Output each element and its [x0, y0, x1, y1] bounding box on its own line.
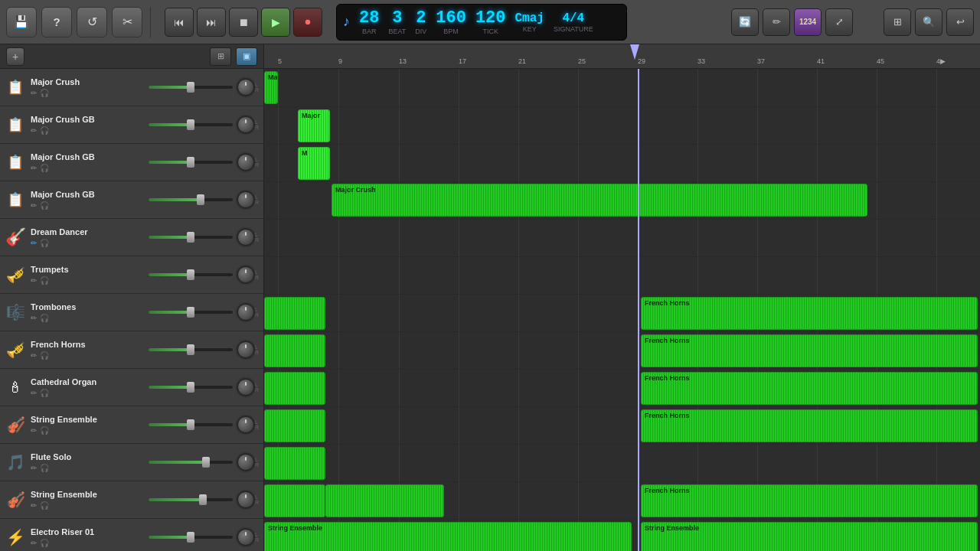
fader-track-6[interactable] — [149, 273, 233, 276]
scissors-button[interactable]: ✂ — [112, 7, 142, 37]
clip-frenchhorns-left[interactable] — [264, 372, 325, 405]
headphone-icon-5[interactable]: 🎧 — [40, 239, 49, 247]
headphone-icon-4[interactable]: 🎧 — [40, 201, 49, 210]
track-fader-4[interactable] — [149, 198, 233, 201]
headphone-icon-3[interactable]: 🎧 — [40, 164, 49, 172]
track-fader-13[interactable] — [149, 536, 233, 539]
track-fader-12[interactable] — [149, 498, 233, 501]
track-fader-6[interactable] — [149, 273, 233, 276]
track-knob-4[interactable] — [237, 191, 254, 208]
track-knob-10[interactable] — [237, 416, 254, 433]
fader-track-11[interactable] — [149, 461, 233, 464]
fader-thumb-4[interactable] — [197, 194, 204, 205]
mute-icon-2[interactable]: ✏ — [31, 126, 37, 135]
fader-thumb-1[interactable] — [187, 82, 194, 93]
track-knob-6[interactable] — [237, 266, 254, 283]
track-row-12[interactable]: 🎻 String Ensemble ✏ 🎧 LR — [0, 481, 263, 519]
track-row-5[interactable]: 🎸 Dream Dancer ✏ 🎧 LR — [0, 219, 263, 256]
save-button[interactable]: 💾 — [6, 7, 37, 37]
mute-icon-3[interactable]: ✏ — [31, 164, 37, 172]
track-fader-2[interactable] — [149, 123, 233, 126]
track-fader-11[interactable] — [149, 461, 233, 464]
track-knob-13[interactable] — [237, 529, 254, 546]
clip-mgb-t2[interactable]: Major — [298, 109, 330, 142]
track-row-7[interactable]: 🎼 Trombones ✏ 🎧 LR — [0, 294, 263, 331]
track-row-2[interactable]: 📋 Major Crush GB ✏ 🎧 LR — [0, 106, 263, 144]
clip-frenchhorns-r3[interactable]: French Horns — [641, 372, 978, 405]
fader-track-7[interactable] — [149, 311, 233, 314]
undo-button[interactable]: ↺ — [77, 7, 107, 37]
add-track-button[interactable]: + — [6, 47, 24, 66]
mute-icon-13[interactable]: ✏ — [31, 539, 37, 547]
fader-thumb-6[interactable] — [187, 269, 194, 280]
fader-track-4[interactable] — [149, 198, 233, 201]
mute-icon-4[interactable]: ✏ — [31, 201, 37, 210]
fader-thumb-13[interactable] — [187, 532, 194, 543]
headphone-icon-11[interactable]: 🎧 — [40, 464, 49, 472]
fader-track-12[interactable] — [149, 498, 233, 501]
track-row-10[interactable]: 🎻 String Ensemble ✏ 🎧 LR — [0, 406, 263, 444]
fader-thumb-3[interactable] — [187, 157, 194, 168]
track-knob-5[interactable] — [237, 229, 254, 246]
inspector-button[interactable]: ↩ — [946, 8, 974, 36]
mute-icon-8[interactable]: ✏ — [31, 351, 37, 360]
headphone-icon-2[interactable]: 🎧 — [40, 126, 49, 135]
headphone-icon-7[interactable]: 🎧 — [40, 314, 49, 322]
clip-trumpets-left[interactable] — [264, 297, 325, 330]
browser-button[interactable]: 🔍 — [915, 8, 942, 36]
track-knob-12[interactable] — [237, 491, 254, 508]
clip-organ-left[interactable] — [264, 409, 325, 442]
clip-flute-right[interactable]: French Horns — [641, 484, 978, 517]
play-button[interactable]: ▶ — [261, 8, 290, 37]
clip-frenchhorns-r2[interactable]: French Horns — [641, 334, 978, 367]
track-knob-1[interactable] — [237, 79, 254, 96]
track-fader-10[interactable] — [149, 423, 233, 426]
headphone-icon-9[interactable]: 🎧 — [40, 389, 49, 397]
clip-trombones-left[interactable] — [264, 334, 325, 367]
view-btn-2[interactable]: ▣ — [236, 47, 257, 66]
clip-major-crush-long[interactable]: Major Crush — [332, 184, 867, 217]
expand-button[interactable]: ⤢ — [825, 8, 853, 36]
fader-thumb-5[interactable] — [187, 232, 194, 243]
rewind-button[interactable]: ⏮ — [165, 8, 194, 37]
view-btn-1[interactable]: ⊞ — [210, 47, 231, 66]
fader-thumb-2[interactable] — [187, 119, 194, 130]
record-button[interactable]: ⏺ — [293, 8, 322, 37]
track-fader-1[interactable] — [149, 86, 233, 89]
headphone-icon-8[interactable]: 🎧 — [40, 351, 49, 360]
fader-track-13[interactable] — [149, 536, 233, 539]
headphone-icon-12[interactable]: 🎧 — [40, 501, 49, 510]
fader-track-1[interactable] — [149, 86, 233, 89]
mute-icon-10[interactable]: ✏ — [31, 426, 37, 435]
track-fader-5[interactable] — [149, 236, 233, 239]
clip-major-crush-small[interactable]: Maj Cr — [264, 71, 278, 104]
count-button[interactable]: 1234 — [794, 8, 822, 36]
track-row-9[interactable]: 🕯 Cathedral Organ ✏ 🎧 LR — [0, 369, 263, 406]
fader-thumb-9[interactable] — [187, 382, 194, 393]
fader-track-10[interactable] — [149, 423, 233, 426]
track-knob-8[interactable] — [237, 341, 254, 358]
track-fader-3[interactable] — [149, 161, 233, 164]
headphone-icon-1[interactable]: 🎧 — [40, 89, 49, 97]
stop-button[interactable]: ⏹ — [229, 8, 258, 37]
mixer-button[interactable]: ⊞ — [884, 8, 911, 36]
fader-track-5[interactable] — [149, 236, 233, 239]
track-row-13[interactable]: ⚡ Electro Riser 01 ✏ 🎧 LR — [0, 519, 263, 551]
fader-thumb-8[interactable] — [187, 344, 194, 355]
track-row-8[interactable]: 🎺 French Horns ✏ 🎧 LR — [0, 331, 263, 369]
track-row-11[interactable]: 🎵 Flute Solo ✏ 🎧 LR — [0, 444, 263, 481]
clip-frenchhorns-r4[interactable]: French Horns — [641, 409, 978, 442]
fader-track-2[interactable] — [149, 123, 233, 126]
track-fader-7[interactable] — [149, 311, 233, 314]
mute-icon-1[interactable]: ✏ — [31, 89, 37, 97]
mute-icon-5[interactable]: ✏ — [31, 239, 37, 247]
fader-thumb-10[interactable] — [187, 419, 194, 430]
clip-strings-long-left[interactable]: String Ensemble — [264, 522, 632, 551]
track-knob-3[interactable] — [237, 154, 254, 171]
fader-track-3[interactable] — [149, 161, 233, 164]
track-row-4[interactable]: 📋 Major Crush GB ✏ 🎧 LR — [0, 181, 263, 219]
fader-thumb-12[interactable] — [199, 494, 207, 505]
cycle-button[interactable]: 🔄 — [731, 8, 759, 36]
help-button[interactable]: ? — [41, 7, 72, 37]
fader-thumb-7[interactable] — [187, 307, 194, 318]
